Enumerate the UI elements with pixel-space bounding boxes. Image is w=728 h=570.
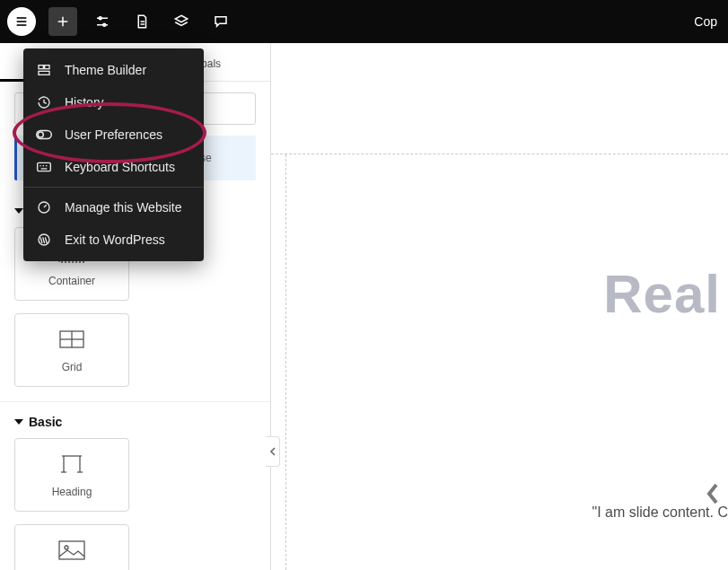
svg-marker-12 bbox=[14, 208, 23, 214]
widget-grid[interactable]: Grid bbox=[14, 313, 129, 387]
menu-history[interactable]: History bbox=[23, 86, 204, 118]
svg-point-35 bbox=[38, 132, 43, 137]
section-basic-toggle[interactable]: Basic bbox=[0, 401, 270, 438]
menu-theme-builder[interactable]: Theme Builder bbox=[23, 54, 204, 86]
history-icon bbox=[36, 95, 52, 110]
widget-heading[interactable]: Heading bbox=[14, 438, 129, 512]
widget-heading-label: Heading bbox=[52, 486, 92, 498]
add-element-button[interactable] bbox=[48, 7, 77, 36]
sliders-icon bbox=[94, 13, 110, 30]
menu-item-label: Exit to WordPress bbox=[65, 232, 165, 247]
section-basic-label: Basic bbox=[29, 415, 62, 429]
menu-item-label: Theme Builder bbox=[65, 63, 146, 77]
svg-rect-33 bbox=[39, 71, 49, 75]
svg-line-42 bbox=[44, 205, 47, 207]
widget-container-label: Container bbox=[48, 275, 95, 287]
top-right-label: Cop bbox=[694, 14, 721, 29]
caret-down-icon bbox=[14, 417, 23, 426]
menu-manage-website[interactable]: Manage this Website bbox=[23, 191, 204, 224]
structure-button[interactable] bbox=[167, 7, 196, 36]
settings-button[interactable] bbox=[88, 7, 117, 36]
document-button[interactable] bbox=[127, 7, 156, 36]
menu-item-label: User Preferences bbox=[65, 127, 162, 142]
svg-marker-11 bbox=[175, 15, 188, 22]
slide-title-text: Real bbox=[603, 263, 721, 325]
svg-point-24 bbox=[65, 546, 68, 549]
theme-builder-icon bbox=[36, 63, 52, 77]
preferences-icon bbox=[36, 129, 52, 140]
menu-user-preferences[interactable]: User Preferences bbox=[23, 118, 204, 151]
notes-button[interactable] bbox=[206, 7, 235, 36]
slider-prev-button[interactable] bbox=[704, 481, 722, 510]
svg-rect-32 bbox=[45, 66, 49, 69]
main-menu-button[interactable] bbox=[7, 7, 36, 36]
main-dropdown-menu: Theme Builder History User Preferences K… bbox=[23, 48, 204, 261]
comment-icon bbox=[213, 13, 229, 30]
menu-item-label: History bbox=[65, 95, 104, 110]
document-icon bbox=[134, 13, 150, 30]
top-toolbar: Cop bbox=[0, 0, 728, 43]
svg-rect-23 bbox=[59, 541, 84, 559]
keyboard-icon bbox=[36, 162, 52, 172]
sidebar-collapse-handle[interactable] bbox=[266, 436, 280, 467]
menu-item-label: Keyboard Shortcuts bbox=[65, 160, 175, 174]
menu-item-label: Manage this Website bbox=[65, 200, 181, 215]
chevron-left-icon bbox=[704, 481, 722, 506]
caret-down-icon bbox=[14, 206, 23, 215]
editor-canvas[interactable]: Real "I am slide content. C bbox=[271, 43, 728, 570]
chevron-left-icon bbox=[269, 447, 276, 456]
widget-image[interactable]: Image bbox=[14, 524, 129, 570]
layers-icon bbox=[173, 13, 189, 30]
heading-icon bbox=[58, 452, 85, 477]
widget-grid-label: Grid bbox=[62, 361, 83, 373]
grid-icon bbox=[59, 327, 84, 352]
menu-exit-wordpress[interactable]: Exit to WordPress bbox=[23, 224, 204, 256]
plus-icon bbox=[55, 13, 71, 30]
gauge-icon bbox=[36, 200, 52, 215]
svg-rect-36 bbox=[38, 162, 51, 171]
wordpress-icon bbox=[36, 232, 52, 247]
svg-rect-31 bbox=[39, 66, 43, 69]
menu-separator bbox=[23, 187, 204, 188]
svg-marker-17 bbox=[14, 419, 23, 425]
hamburger-icon bbox=[14, 14, 29, 29]
menu-keyboard-shortcuts[interactable]: Keyboard Shortcuts bbox=[23, 151, 204, 183]
image-icon bbox=[58, 538, 85, 563]
